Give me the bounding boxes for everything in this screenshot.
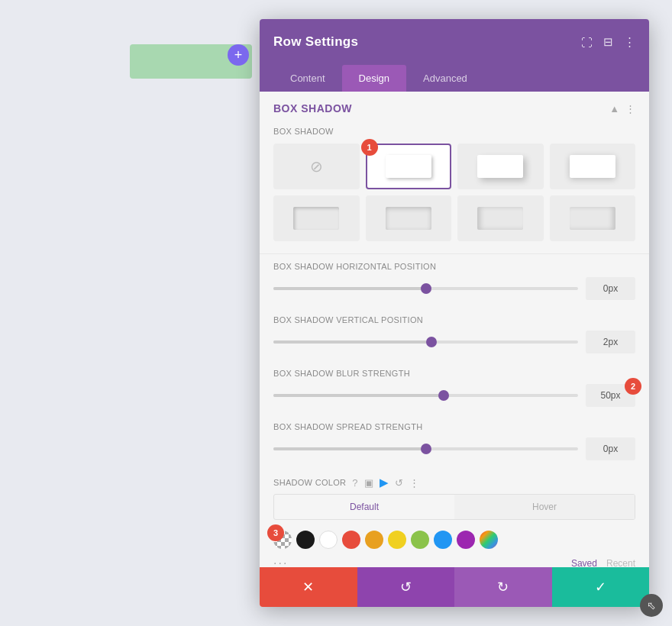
header-icons: ⛶ ⊟ ⋮ <box>581 35 635 49</box>
tabs: Content Design Advanced <box>260 65 649 92</box>
shadow-option-3[interactable] <box>550 144 636 189</box>
badge-3: 3 <box>267 524 284 541</box>
box-shadow-label: Box Shadow <box>273 127 334 136</box>
shadow-option-2[interactable] <box>457 144 544 189</box>
swatch-white[interactable] <box>319 531 338 549</box>
horizontal-position-row: Box Shadow Horizontal Position 0px <box>260 254 649 308</box>
screen-icon[interactable]: ⛶ <box>581 36 593 49</box>
monitor-icon[interactable]: ▣ <box>364 477 373 489</box>
help-icon[interactable]: ? <box>352 477 357 489</box>
spread-slider-fill <box>273 447 426 450</box>
saved-recent: Saved Recent <box>571 558 635 567</box>
shadow-preview-3 <box>570 155 615 179</box>
vertical-position-row: Box Shadow Vertical Position 2px <box>260 308 649 361</box>
spread-slider-container: 0px <box>273 437 635 460</box>
swatch-red[interactable] <box>342 531 360 549</box>
panel-content: Box Shadow ▲ ⋮ Box Shadow ⊘ 1 <box>260 92 649 567</box>
color-swatches-row: 3 <box>260 528 649 555</box>
blur-slider-track[interactable] <box>273 394 578 397</box>
hover-tab[interactable]: Hover <box>454 495 635 519</box>
shadow-option-7[interactable] <box>550 195 636 241</box>
shadow-preview-1 <box>386 155 431 179</box>
background-area: + <box>0 0 260 626</box>
swatch-purple[interactable] <box>457 531 475 549</box>
spread-label: Box Shadow Spread Strength <box>273 422 635 431</box>
reset-button[interactable]: ↺ <box>357 567 455 607</box>
saved-button[interactable]: Saved <box>571 558 597 567</box>
more-icon[interactable]: ⋮ <box>624 35 635 49</box>
vertical-slider-fill <box>273 340 431 344</box>
section-more-icon[interactable]: ⋮ <box>625 103 635 115</box>
horizontal-slider-thumb[interactable] <box>421 283 431 294</box>
swatch-orange[interactable] <box>365 531 383 549</box>
redo-button[interactable]: ↻ <box>454 567 552 607</box>
shadow-option-6[interactable] <box>457 195 544 241</box>
horizontal-label: Box Shadow Horizontal Position <box>273 262 635 271</box>
shadow-preview-2 <box>477 155 523 179</box>
panel-header: Row Settings ⛶ ⊟ ⋮ <box>260 19 649 65</box>
spread-strength-row: Box Shadow Spread Strength 0px <box>260 415 649 468</box>
badge-1: 1 <box>361 139 378 156</box>
blur-label: Box Shadow Blur Strength <box>273 369 635 378</box>
shadow-option-5[interactable] <box>366 195 452 241</box>
default-tab[interactable]: Default <box>274 495 454 519</box>
corner-nav-icon[interactable]: ⬁ <box>640 594 663 617</box>
tab-advanced[interactable]: Advanced <box>406 65 484 92</box>
swatch-black[interactable] <box>296 531 315 549</box>
reset-color-icon[interactable]: ↺ <box>395 477 403 489</box>
swatches-bottom: ··· Saved Recent <box>260 555 649 567</box>
badge-2: 2 <box>625 378 641 395</box>
cancel-button[interactable]: ✕ <box>260 567 357 607</box>
no-shadow-icon: ⊘ <box>310 157 323 176</box>
checker-swatch-wrapper: 3 <box>273 531 292 549</box>
box-shadow-label-row: Box Shadow <box>260 124 649 144</box>
color-more-icon[interactable]: ⋮ <box>409 477 419 489</box>
vertical-slider-thumb[interactable] <box>426 337 437 347</box>
swatch-green[interactable] <box>411 531 429 549</box>
blur-slider-container: 50px 2 <box>273 384 635 407</box>
tab-design[interactable]: Design <box>342 65 406 92</box>
section-header: Box Shadow ▲ ⋮ <box>260 92 649 124</box>
blur-slider-fill <box>273 394 444 397</box>
vertical-value[interactable]: 2px <box>586 331 635 353</box>
vertical-label: Box Shadow Vertical Position <box>273 315 635 324</box>
play-icon[interactable]: ▶ <box>380 476 389 489</box>
spread-slider-thumb[interactable] <box>421 444 431 454</box>
panel-title: Row Settings <box>273 34 358 50</box>
vertical-slider-track[interactable] <box>273 340 578 344</box>
swatch-yellow[interactable] <box>388 531 406 549</box>
shadow-color-row: Shadow Color ? ▣ ▶ ↺ ⋮ <box>260 468 649 494</box>
row-settings-panel: Row Settings ⛶ ⊟ ⋮ Content Design Advanc… <box>260 19 649 607</box>
shadow-option-4[interactable] <box>273 195 360 241</box>
vertical-slider-container: 2px <box>273 331 635 353</box>
horizontal-slider-fill <box>273 287 426 290</box>
spread-value[interactable]: 0px <box>586 437 635 460</box>
shadow-preview-5 <box>386 207 431 231</box>
tab-content[interactable]: Content <box>273 65 342 92</box>
default-hover-tabs: Default Hover <box>273 494 635 520</box>
spread-slider-track[interactable] <box>273 447 578 450</box>
section-title: Box Shadow <box>273 102 352 115</box>
blur-slider-thumb[interactable] <box>438 390 449 401</box>
shadow-grid: ⊘ 1 <box>260 144 649 253</box>
horizontal-slider-track[interactable] <box>273 287 578 290</box>
shadow-preview-7 <box>570 207 615 231</box>
blur-value[interactable]: 50px 2 <box>586 384 635 407</box>
swatch-gradient[interactable] <box>480 531 498 549</box>
add-button[interactable]: + <box>228 44 249 66</box>
panel-footer: ✕ ↺ ↻ ✓ <box>260 567 649 607</box>
recent-button[interactable]: Recent <box>606 558 635 567</box>
chevron-up-icon[interactable]: ▲ <box>609 103 619 115</box>
columns-icon[interactable]: ⊟ <box>603 35 613 49</box>
save-button[interactable]: ✓ <box>552 567 650 607</box>
shadow-option-1[interactable]: 1 <box>366 144 452 189</box>
swatch-blue[interactable] <box>434 531 452 549</box>
more-button[interactable]: ··· <box>273 557 288 567</box>
shadow-preview-6 <box>477 207 523 231</box>
section-header-icons: ▲ ⋮ <box>609 103 635 115</box>
shadow-color-label: Shadow Color <box>273 478 346 487</box>
horizontal-value[interactable]: 0px <box>586 277 635 300</box>
horizontal-slider-container: 0px <box>273 277 635 300</box>
shadow-option-none[interactable]: ⊘ <box>273 144 360 189</box>
shadow-preview-4 <box>293 207 339 231</box>
